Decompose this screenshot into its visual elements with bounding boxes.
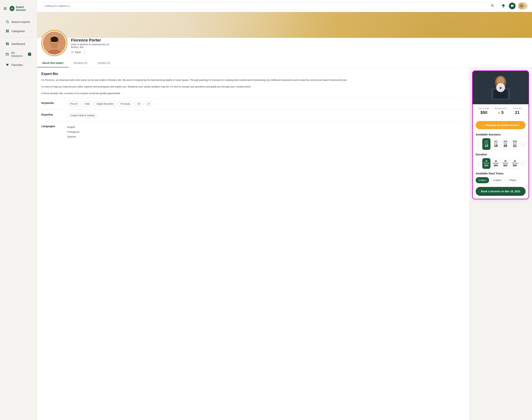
duration-next-arrow[interactable]: › bbox=[520, 161, 526, 166]
dur-label-1: 30 bbox=[493, 160, 499, 162]
duration-item-3[interactable]: 30 Minutes $50 bbox=[511, 158, 519, 169]
booking-body: ⚡ Request an instant session Available S… bbox=[473, 118, 529, 199]
sidebar-item-dashboard-label: Dashboard bbox=[12, 42, 25, 45]
tag-fine-art[interactable]: Fine Art bbox=[67, 102, 80, 106]
dur-mins-0: Minutes bbox=[483, 162, 489, 164]
search-bar[interactable] bbox=[41, 2, 497, 9]
messages-btn[interactable] bbox=[509, 3, 516, 9]
heart-icon bbox=[6, 63, 9, 67]
hourly-rate-value: $50 bbox=[476, 110, 492, 115]
play-button[interactable] bbox=[496, 83, 505, 92]
video-thumbnail bbox=[473, 71, 529, 104]
save-button[interactable]: Save bbox=[71, 51, 81, 54]
more-options-button[interactable]: ⋮ bbox=[83, 50, 87, 54]
tag-creative-skills[interactable]: Creative Skills & Hobbies bbox=[67, 113, 98, 118]
sidebar-item-dashboard[interactable]: Dashboard bbox=[2, 39, 35, 48]
tab-articles-label: Articles (0) bbox=[98, 61, 110, 64]
hourly-rate-label: Hourly Rate bbox=[476, 107, 492, 109]
cover-texture bbox=[37, 12, 532, 38]
time-item-2[interactable]: 7:00pm bbox=[506, 177, 519, 183]
avatar-chevron-icon: ▾ bbox=[525, 5, 526, 7]
sidebar: Expert Session Search experts bbox=[0, 0, 37, 420]
search-icon-btn[interactable] bbox=[491, 4, 494, 8]
tag-procreate[interactable]: Procreate bbox=[118, 102, 133, 106]
sidebar-item-sessions-label: My Sessions bbox=[11, 51, 26, 57]
profile-cover bbox=[37, 12, 532, 38]
right-panel: Hourly Rate $50 Reviews (24) ★ 5 bbox=[469, 68, 532, 420]
left-content: Expert Bio I'm Florence, an American art… bbox=[37, 68, 469, 420]
profile-avatar-img bbox=[43, 31, 66, 54]
profile-actions: Save ⋮ bbox=[71, 50, 528, 54]
date-month-3: Mar bbox=[512, 142, 518, 144]
svg-rect-5 bbox=[8, 31, 9, 32]
date-nav: ‹ SAT Mar 18 SAT Mar 19 bbox=[476, 138, 526, 150]
keywords-label: Keywords bbox=[41, 102, 60, 105]
avatar-circle: JD bbox=[518, 3, 524, 9]
date-item-0[interactable]: SAT Mar 18 bbox=[482, 138, 490, 150]
tag-ui[interactable]: UI bbox=[145, 102, 152, 106]
svg-point-12 bbox=[503, 7, 504, 8]
sidebar-item-sessions[interactable]: My Sessions 2 bbox=[2, 48, 35, 60]
sidebar-item-favorites-label: Favorites bbox=[12, 63, 23, 66]
bio-para-2: I'm here to help you improve your skills… bbox=[41, 85, 465, 89]
durations-row: 30 Minutes $50 30 Minutes $50 bbox=[482, 158, 519, 169]
available-sessions-title: Available Sessions bbox=[476, 133, 526, 136]
notification-btn[interactable] bbox=[500, 3, 507, 9]
date-next-arrow[interactable]: › bbox=[520, 142, 526, 147]
profile-top: Florence Porter Artist in abstract & con… bbox=[41, 38, 528, 59]
date-day-1: SAT bbox=[493, 140, 499, 142]
lang-spanish: Spanish bbox=[67, 134, 465, 139]
tab-about-label: About this expert bbox=[42, 61, 63, 64]
tab-about[interactable]: About this expert bbox=[37, 59, 68, 67]
date-item-1[interactable]: SAT Mar 19 bbox=[492, 138, 500, 150]
tag-ux[interactable]: UX bbox=[134, 102, 143, 106]
user-initials: JD bbox=[520, 5, 523, 7]
date-num-0: 18 bbox=[484, 144, 489, 148]
stat-reviews: Reviews (24) ★ 5 bbox=[492, 107, 509, 115]
tab-reviews[interactable]: Reviews (3) bbox=[68, 59, 93, 67]
stats-row: Hourly Rate $50 Reviews (24) ★ 5 bbox=[473, 104, 529, 118]
sidebar-item-search[interactable]: Search experts bbox=[2, 17, 35, 26]
profile-section: Florence Porter Artist in abstract & con… bbox=[37, 38, 532, 59]
expertise-row: Expertise Creative Skills & Hobbies bbox=[41, 110, 465, 121]
sidebar-item-categories[interactable]: Categories › bbox=[2, 27, 35, 35]
book-session-button[interactable]: Book a Session on Mar 18, 2022 bbox=[476, 187, 526, 196]
grid-icon bbox=[6, 29, 9, 33]
topbar-icons: JD ▾ bbox=[500, 2, 528, 10]
instant-session-button[interactable]: ⚡ Request an instant session bbox=[476, 121, 526, 129]
stat-hourly-rate: Hourly Rate $50 bbox=[476, 107, 492, 115]
bio-para-1: I'm Florence, an American artist who wor… bbox=[41, 78, 465, 82]
date-prev-arrow[interactable]: ‹ bbox=[476, 142, 481, 147]
duration-item-1[interactable]: 30 Minutes $50 bbox=[492, 158, 500, 169]
followers-value: 21 bbox=[509, 110, 526, 115]
svg-point-11 bbox=[492, 5, 493, 6]
svg-point-1 bbox=[6, 21, 8, 23]
sidebar-item-favorites[interactable]: Favorites bbox=[2, 60, 35, 69]
time-item-0[interactable]: 6:00pm bbox=[476, 177, 489, 183]
dur-mins-2: Minutes bbox=[502, 162, 509, 164]
profile-info: Florence Porter Artist in abstract & con… bbox=[71, 38, 528, 56]
dates-row: SAT Mar 18 SAT Mar 19 SU bbox=[482, 138, 519, 150]
duration-title: Duration bbox=[476, 153, 526, 156]
svg-rect-3 bbox=[8, 30, 9, 31]
profile-avatar-wrap bbox=[41, 30, 67, 56]
hamburger-menu[interactable] bbox=[4, 7, 7, 10]
user-avatar-btn[interactable]: JD ▾ bbox=[518, 2, 528, 10]
sessions-badge: 2 bbox=[28, 52, 31, 56]
time-item-1[interactable]: 6:30pm bbox=[491, 177, 504, 183]
date-item-3[interactable]: MON Mar 21 bbox=[511, 138, 519, 150]
tab-articles[interactable]: Articles (0) bbox=[93, 59, 115, 67]
topbar: JD ▾ bbox=[37, 0, 532, 12]
duration-item-0[interactable]: 30 Minutes $50 bbox=[482, 158, 490, 169]
content-area: Florence Porter Artist in abstract & con… bbox=[37, 12, 532, 420]
bio-heading: Expert Bio bbox=[41, 72, 465, 76]
date-item-2[interactable]: SUN Mar 20 bbox=[501, 138, 509, 150]
duration-prev-arrow[interactable]: ‹ bbox=[476, 161, 481, 166]
dur-label-3: 30 bbox=[512, 160, 518, 162]
tag-artist[interactable]: Artist bbox=[82, 102, 92, 106]
search-input[interactable] bbox=[45, 4, 491, 7]
tag-digital-illustration[interactable]: Digital Illustration bbox=[94, 102, 116, 106]
dashboard-icon bbox=[6, 42, 9, 45]
duration-item-2[interactable]: 30 Minutes $50 bbox=[501, 158, 509, 169]
logo[interactable]: Expert Session bbox=[0, 4, 37, 15]
